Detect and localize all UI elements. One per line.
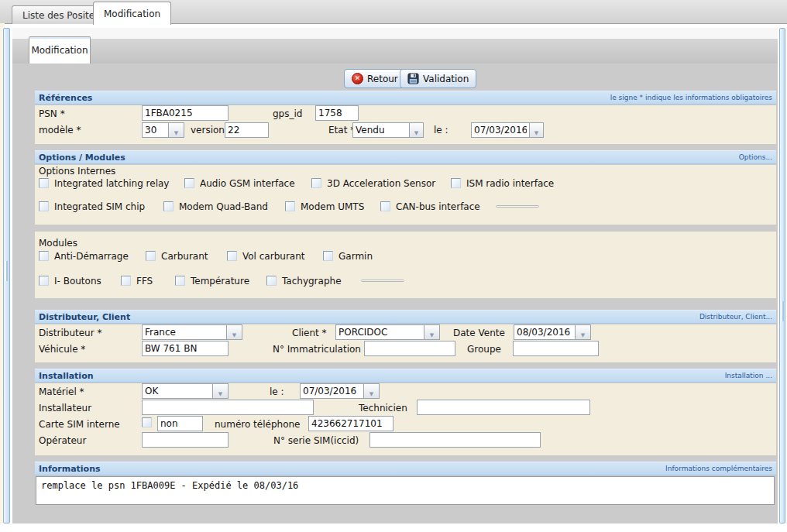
- numero-telephone-input[interactable]: [308, 416, 394, 431]
- checkbox-anti-demarrage[interactable]: [39, 251, 49, 261]
- installation-date-dropdown-button[interactable]: [364, 383, 380, 399]
- right-splitter-bar[interactable]: [779, 28, 785, 523]
- le-date-label: le :: [434, 125, 448, 136]
- version-label: version: [191, 125, 225, 136]
- checkbox-label: FFS: [136, 276, 153, 287]
- splitter-grip[interactable]: [5, 261, 8, 281]
- distributeur-select-value[interactable]: [142, 324, 227, 340]
- left-splitter-bar[interactable]: [3, 28, 10, 523]
- materiel-select-value[interactable]: [142, 383, 213, 399]
- application-window: Liste des Positels Modification Modifica…: [0, 0, 787, 532]
- section-title: Options / Modules: [35, 151, 125, 164]
- subtab-modification[interactable]: Modification: [29, 36, 91, 63]
- checkbox-carburant[interactable]: [146, 251, 156, 261]
- iccid-input[interactable]: [369, 432, 541, 448]
- carte-sim-label: Carte SIM interne: [39, 419, 120, 430]
- operateur-input[interactable]: [142, 432, 229, 448]
- retour-button[interactable]: Retour: [344, 69, 406, 88]
- checkbox-audio-gsm-interface[interactable]: [184, 178, 194, 188]
- checkbox-ffs[interactable]: [121, 276, 131, 286]
- modules-group-label: Modules: [39, 238, 77, 249]
- validation-button[interactable]: Validation: [400, 69, 476, 88]
- tab-label: Liste des Positels: [22, 10, 102, 21]
- validation-button-label: Validation: [423, 74, 469, 84]
- installation-date-value[interactable]: [300, 383, 364, 399]
- checkbox-label: CAN-bus interface: [396, 201, 480, 212]
- sub-tab-bar: [12, 39, 778, 63]
- client-dropdown-button[interactable]: [424, 324, 440, 340]
- date-vente-label: Date Vente: [453, 328, 505, 338]
- etat-dropdown-button[interactable]: [410, 122, 424, 138]
- modele-dropdown-button[interactable]: [169, 122, 184, 138]
- splitter-grip[interactable]: [782, 301, 784, 321]
- panel-top-strip: [12, 28, 778, 39]
- checkbox-integrated-sim-chip[interactable]: [39, 201, 49, 211]
- modele-select-value[interactable]: [142, 122, 169, 138]
- client-select-value[interactable]: [335, 324, 424, 340]
- gps-id-input[interactable]: [315, 105, 359, 121]
- checkbox-label: Anti-Démarrage: [54, 251, 129, 262]
- checkbox-label: Carburant: [161, 251, 208, 262]
- checkbox-label: Audio GSM interface: [200, 178, 295, 189]
- checkbox-label: ISM radio interface: [466, 178, 554, 189]
- options-section-header: Options / Modules Options...: [35, 150, 776, 164]
- installateur-label: Installateur: [39, 403, 91, 414]
- checkbox-integrated-latching-relay[interactable]: [39, 178, 49, 188]
- checkbox-i-boutons[interactable]: [39, 276, 49, 286]
- checkbox-vol-carburant[interactable]: [227, 251, 237, 261]
- distributeur-section-header: Distributeur, Client Distributeur, Clien…: [35, 310, 776, 324]
- distributeur-note: Distributeur, Client...: [699, 311, 776, 324]
- groupe-label: Groupe: [467, 344, 501, 355]
- options-note: Options...: [739, 151, 776, 164]
- checkbox-modem-umts[interactable]: [285, 201, 295, 211]
- numero-telephone-label: numéro téléphone: [215, 419, 300, 430]
- checkbox-carte-sim-interne[interactable]: [142, 417, 152, 427]
- checkbox-can-bus-interface[interactable]: [380, 201, 390, 211]
- checkbox-3d-acceleration-sensor[interactable]: [311, 178, 321, 188]
- installation-section-header: Installation Installation ...: [35, 369, 776, 383]
- checkbox-label: Température: [191, 276, 249, 287]
- checkbox-label: Tachygraphe: [282, 276, 342, 287]
- technicien-input[interactable]: [417, 400, 590, 415]
- checkbox-label: I- Boutons: [54, 276, 101, 287]
- operateur-label: Opérateur: [39, 435, 86, 446]
- vehicule-input[interactable]: [142, 341, 229, 356]
- checkbox-modem-quad-band[interactable]: [163, 201, 174, 211]
- le-date-dropdown-button[interactable]: [530, 122, 544, 138]
- informations-textarea[interactable]: remplace le psn 1FBA009E - Expédié le 08…: [36, 476, 775, 505]
- psn-input[interactable]: [142, 105, 229, 121]
- checkbox-label: 3D Acceleration Sensor: [327, 178, 435, 189]
- gps-id-label: gps_id: [273, 108, 302, 119]
- informations-section-header: Informations Informations complémentaire…: [35, 462, 776, 475]
- carte-sim-value-input[interactable]: [157, 416, 203, 431]
- version-input[interactable]: [225, 122, 269, 138]
- modele-label: modèle *: [39, 125, 81, 136]
- psn-label: PSN *: [39, 108, 65, 119]
- checkbox-label: Modem UMTS: [301, 201, 364, 212]
- checkbox-garmin[interactable]: [323, 251, 333, 261]
- le-date-value[interactable]: [471, 122, 530, 138]
- informations-note: Informations complémentaires: [665, 462, 776, 475]
- checkbox-label: Integrated SIM chip: [54, 201, 145, 212]
- save-floppy-icon: [407, 73, 419, 84]
- materiel-dropdown-button[interactable]: [213, 383, 229, 399]
- section-title: Distributeur, Client: [35, 311, 130, 324]
- tab-modification[interactable]: Modification: [93, 2, 171, 25]
- checkbox-ism-radio-interface[interactable]: [451, 178, 461, 188]
- checkbox-tachygraphe[interactable]: [266, 276, 277, 286]
- distributeur-dropdown-button[interactable]: [227, 324, 242, 340]
- materiel-label: Matériel *: [39, 386, 84, 397]
- section-title: Références: [35, 91, 92, 105]
- date-vente-value[interactable]: [514, 324, 576, 340]
- immatriculation-input[interactable]: [364, 341, 455, 356]
- references-section-header: Références le signe * indique les inform…: [35, 91, 776, 105]
- checkbox-temperature[interactable]: [175, 276, 185, 286]
- divider-line: [496, 205, 539, 208]
- groupe-input[interactable]: [513, 341, 599, 356]
- installateur-input[interactable]: [142, 400, 314, 415]
- divider-line: [361, 280, 404, 282]
- date-vente-dropdown-button[interactable]: [576, 324, 591, 340]
- cancel-cross-icon: [352, 73, 363, 84]
- etat-select-value[interactable]: [352, 122, 410, 138]
- etat-label: Etat *: [328, 125, 355, 136]
